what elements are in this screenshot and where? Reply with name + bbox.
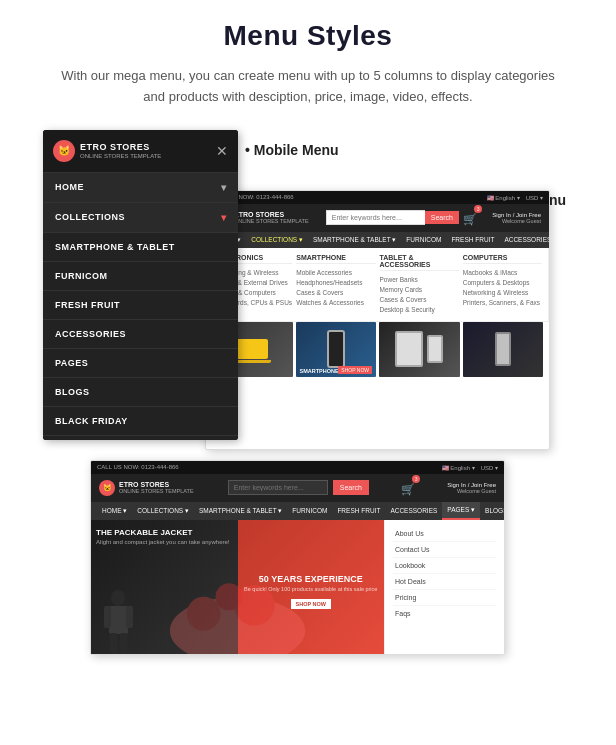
mm-item-label: FURNICOM [55,271,108,281]
phone-frame [327,330,345,368]
mega-col-item[interactable]: Headphones/Headsets [296,278,375,288]
mega-col-item[interactable]: Networking & Wireless [463,288,542,298]
css-drop-pricing[interactable]: Pricing [393,590,496,606]
css-years-sub: Be quick! Only 100 products available at… [244,586,377,592]
css-nav-accessories[interactable]: ACCESSORIES [385,503,442,518]
mega-col-title: TABLET & ACCESSORIES [380,254,459,271]
mm-item-blogs[interactable]: BLOGS [43,378,238,407]
css-nav-collections[interactable]: COLLECTIONS ▾ [132,503,194,519]
css-nav-smartphone[interactable]: SMARTPHONE & TABLET ▾ [194,503,287,519]
page-container: Menu Styles With our mega menu, you can … [0,0,616,660]
css-years-title: 50 YEARS EXPERIENCE [244,574,377,585]
mega-nav-fresh[interactable]: FRESH FRUIT [447,232,498,247]
css-nav-pages[interactable]: PAGES ▾ [442,502,480,520]
css-phone-text: CALL US NOW: 0123-444-866 [97,464,179,470]
css-shop-btn[interactable]: SHOP NOW [291,599,331,609]
mega-col-title: SMARTPHONE [296,254,375,264]
mm-item-label: BLACK FRIDAY [55,416,128,426]
mega-img-shop-btn[interactable]: SHOP NOW [338,366,372,374]
css-drop-hotdeals[interactable]: Hot Deals [393,574,496,590]
mega-search-bar[interactable]: Search [326,210,446,225]
mega-cart[interactable]: 🛒 3 [463,209,477,227]
mega-currency: USD ▾ [526,194,543,201]
css-logo-row: 🐱 ETRO STORES ONLINE STORES TEMPLATE Sea… [91,474,504,502]
css-nav: HOME ▾ COLLECTIONS ▾ SMARTPHONE & TABLET… [91,502,504,520]
mega-col-item[interactable]: Computers & Desktops [463,278,542,288]
mm-item-special-offer[interactable]: SPECIAL OFFER [43,436,238,440]
css-sign-in[interactable]: Sign In / Join Free Welcome Guest [447,482,496,494]
css-nav-furnicom[interactable]: FURNICOM [287,503,332,518]
mobile-menu-label: Mobile Menu [245,142,339,158]
css-years-info: 50 YEARS EXPERIENCE Be quick! Only 100 p… [244,574,377,611]
css-drop-about[interactable]: About Us [393,526,496,542]
cart-badge: 3 [412,475,420,483]
css-currency: USD ▾ [481,464,498,471]
mm-logo-text: ETRO STORES [80,142,161,153]
css-nav-blogs[interactable]: BLOGS [480,503,505,518]
mega-dropdown: ELECTRONICS Networking & Wireless Storag… [206,248,549,322]
css-cart[interactable]: 🛒 3 [401,479,415,497]
mega-col-item[interactable]: Cases & Covers [296,288,375,298]
mega-col-item[interactable]: Desktop & Security [380,305,459,315]
mm-item-label: PAGES [55,358,88,368]
mm-item-label: ACCESSORIES [55,329,126,339]
mega-logo-text: ETRO STORES ONLINE STORES TEMPLATE [234,211,309,224]
css-search-area: Search [228,480,369,495]
cart-badge: 3 [474,205,482,213]
mm-item-collections[interactable]: COLLECTIONS ▾ [43,203,238,233]
mega-menu-screenshot: CALL US NOW: 0123-444-866 🇺🇸 English ▾ U… [205,190,550,450]
phone2-visual [463,322,544,377]
mm-item-pages[interactable]: PAGES [43,349,238,378]
css-logo-inner: 🐱 ETRO STORES ONLINE STORES TEMPLATE [99,480,194,496]
css-search-input[interactable] [228,480,328,495]
css-logo-text: ETRO STORES ONLINE STORES TEMPLATE [119,481,194,494]
mega-col-item[interactable]: Power Banks [380,275,459,285]
chevron-down-icon: ▾ [221,182,227,193]
mega-col-item[interactable]: Memory Cards [380,285,459,295]
welcome-text: Welcome Guest [502,218,541,224]
mega-nav: HOME ▾ COLLECTIONS ▾ SMARTPHONE & TABLET… [206,232,549,248]
mega-nav-accessories[interactable]: ACCESSORIES [500,232,550,247]
mm-item-fresh-fruit[interactable]: FRESH FRUIT [43,291,238,320]
css-banner-sub: Alight and compact jacket you can take a… [96,539,229,547]
mm-item-black-friday[interactable]: BLACK FRIDAY [43,407,238,436]
mega-col-item[interactable]: Printers, Scanners, & Faxs [463,298,542,308]
mm-item-smartphone[interactable]: SMARTPHONE & TABLET [43,233,238,262]
mm-item-label: SMARTPHONE & TABLET [55,242,175,252]
mega-logo-name: ETRO STORES [234,211,309,218]
mega-sign-in[interactable]: Sign In / Join Free Welcome Guest [492,212,541,224]
mega-logo-row: 🐱 ETRO STORES ONLINE STORES TEMPLATE Sea… [206,204,549,232]
mega-images-row: SMARTPHONE SHOP NOW [206,322,549,381]
mm-item-label: BLOGS [55,387,90,397]
css-jacket-info: THE PACKABLE JACKET Alight and compact j… [96,528,229,547]
mega-col-item[interactable]: Watches & Accessories [296,298,375,308]
mega-img-label: SMARTPHONE [300,368,339,374]
mm-item-furnicom[interactable]: FURNICOM [43,262,238,291]
css-nav-fresh[interactable]: FRESH FRUIT [332,503,385,518]
mega-nav-smartphone[interactable]: SMARTPHONE & TABLET ▾ [309,232,400,248]
page-title: Menu Styles [30,20,586,52]
css-drop-faqs[interactable]: Faqs [393,606,496,621]
mega-nav-collections[interactable]: COLLECTIONS ▾ [247,232,307,248]
css-nav-home[interactable]: HOME ▾ [97,503,132,519]
mega-nav-furnicom[interactable]: FURNICOM [402,232,445,247]
mega-col-item[interactable]: Cases & Covers [380,295,459,305]
css-lang: 🇺🇸 English ▾ [442,464,475,471]
css-banner-title: THE PACKABLE JACKET [96,528,229,537]
css-logo-icon: 🐱 [99,480,115,496]
mega-col-item[interactable]: Mobile Accessories [296,268,375,278]
css-drop-contact[interactable]: Contact Us [393,542,496,558]
css-drop-lookbook[interactable]: Lookbook [393,558,496,574]
css-search-button[interactable]: Search [333,480,369,495]
close-icon[interactable]: ✕ [216,143,228,159]
mm-logo-subtext: ONLINE STORES TEMPLATE [80,153,161,159]
mm-item-home[interactable]: HOME ▾ [43,173,238,203]
mega-col-item[interactable]: Macbooks & iMacs [463,268,542,278]
css-menu-screenshot: CALL US NOW: 0123-444-866 🇺🇸 English ▾ U… [90,460,505,655]
mega-search-button[interactable]: Search [425,211,459,224]
mm-items: HOME ▾ COLLECTIONS ▾ SMARTPHONE & TABLET… [43,173,238,440]
mega-img-phone [463,322,544,377]
css-top-bar: CALL US NOW: 0123-444-866 🇺🇸 English ▾ U… [91,461,504,474]
mega-search-input[interactable] [326,210,425,225]
mm-item-accessories[interactable]: ACCESSORIES [43,320,238,349]
